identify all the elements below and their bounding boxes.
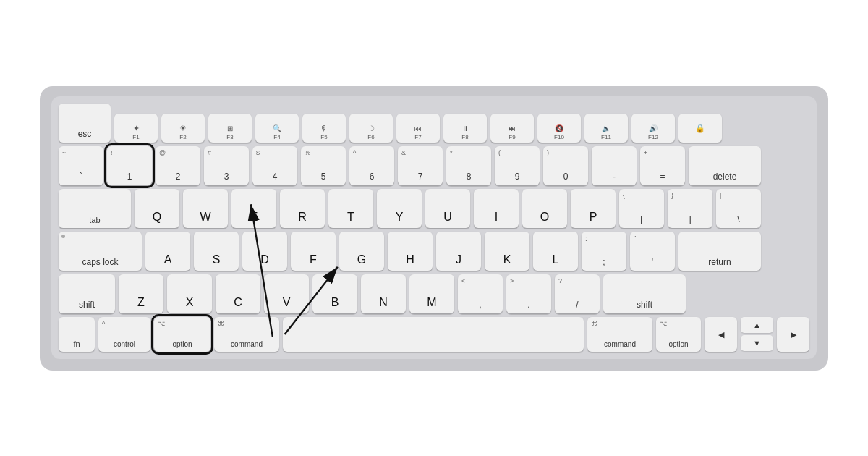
key-b[interactable]: B bbox=[312, 274, 357, 313]
key-s[interactable]: S bbox=[194, 232, 239, 271]
key-tab-label: tab bbox=[89, 216, 100, 224]
key-command-right[interactable]: ⌘ command bbox=[587, 317, 652, 352]
key-e[interactable]: E bbox=[231, 189, 276, 228]
key-f8[interactable]: ⏸ F8 bbox=[443, 114, 487, 143]
key-k[interactable]: K bbox=[485, 232, 529, 271]
key-y[interactable]: Y bbox=[377, 189, 422, 228]
key-j[interactable]: J bbox=[436, 232, 481, 271]
key-command-left[interactable]: ⌘ command bbox=[214, 317, 279, 352]
key-5[interactable]: % 5 bbox=[301, 146, 346, 185]
key-t-label: T bbox=[347, 211, 354, 224]
key-up-arrow[interactable]: ▲ bbox=[741, 317, 773, 333]
key-x[interactable]: X bbox=[167, 274, 212, 313]
key-2-top: @ bbox=[159, 149, 166, 156]
key-0[interactable]: ) 0 bbox=[543, 146, 588, 185]
key-left-arrow[interactable]: ◀ bbox=[705, 317, 737, 352]
key-capslock[interactable]: caps lock bbox=[59, 232, 142, 271]
key-down-arrow[interactable]: ▼ bbox=[741, 335, 773, 351]
key-f12[interactable]: 🔊 F12 bbox=[631, 114, 675, 143]
key-8[interactable]: * 8 bbox=[446, 146, 491, 185]
key-tab[interactable]: tab bbox=[59, 189, 131, 228]
key-g[interactable]: G bbox=[339, 232, 384, 271]
key-i[interactable]: I bbox=[474, 189, 519, 228]
key-semicolon[interactable]: : ; bbox=[582, 232, 626, 271]
key-d[interactable]: D bbox=[242, 232, 287, 271]
key-f2-label: F2 bbox=[179, 134, 186, 140]
key-fn[interactable]: fn bbox=[59, 317, 95, 352]
key-c[interactable]: C bbox=[216, 274, 260, 313]
key-h[interactable]: H bbox=[388, 232, 433, 271]
key-equals-label: = bbox=[660, 172, 665, 182]
key-quote[interactable]: " ' bbox=[630, 232, 675, 271]
key-delete[interactable]: delete bbox=[689, 146, 761, 185]
key-option-left[interactable]: ⌥ option bbox=[154, 317, 210, 352]
key-f10[interactable]: 🔇 F10 bbox=[537, 114, 581, 143]
key-u[interactable]: U bbox=[425, 189, 470, 228]
key-shift-left-label: shift bbox=[79, 300, 95, 310]
key-m[interactable]: M bbox=[409, 274, 454, 313]
key-f12-icon: 🔊 bbox=[649, 124, 658, 132]
key-n[interactable]: N bbox=[361, 274, 406, 313]
key-equals-top: + bbox=[644, 149, 647, 156]
asdf-row: caps lock A S D F G H J bbox=[59, 232, 809, 271]
key-q[interactable]: Q bbox=[135, 189, 179, 228]
key-d-label: D bbox=[260, 253, 269, 266]
key-control[interactable]: ^ control bbox=[98, 317, 150, 352]
key-f7[interactable]: ⏮ F7 bbox=[396, 114, 440, 143]
key-period[interactable]: > . bbox=[506, 274, 551, 313]
key-r[interactable]: R bbox=[280, 189, 325, 228]
key-g-label: G bbox=[357, 253, 366, 266]
key-lbracket[interactable]: { [ bbox=[619, 189, 664, 228]
key-backslash[interactable]: | \ bbox=[716, 189, 761, 228]
key-lock[interactable]: 🔒 bbox=[678, 114, 722, 143]
key-shift-left[interactable]: shift bbox=[59, 274, 115, 313]
key-slash[interactable]: ? / bbox=[555, 274, 600, 313]
key-o[interactable]: O bbox=[522, 189, 567, 228]
key-6[interactable]: ^ 6 bbox=[349, 146, 394, 185]
key-f7-icon: ⏮ bbox=[414, 124, 422, 132]
key-control-icon: ^ bbox=[102, 320, 105, 327]
key-2[interactable]: @ 2 bbox=[156, 146, 200, 185]
key-4[interactable]: $ 4 bbox=[252, 146, 297, 185]
key-esc[interactable]: esc bbox=[59, 104, 111, 143]
key-f2[interactable]: ☀ F2 bbox=[161, 114, 205, 143]
key-p[interactable]: P bbox=[571, 189, 616, 228]
key-minus-label: - bbox=[613, 172, 616, 182]
key-f1[interactable]: ✦ F1 bbox=[114, 114, 158, 143]
qwerty-row: tab Q W E R T Y U I bbox=[59, 189, 809, 228]
key-rbracket[interactable]: } ] bbox=[668, 189, 712, 228]
key-7[interactable]: & 7 bbox=[398, 146, 443, 185]
key-f6[interactable]: ☽ F6 bbox=[349, 114, 393, 143]
key-f11[interactable]: 🔈 F11 bbox=[584, 114, 628, 143]
key-equals[interactable]: + = bbox=[640, 146, 685, 185]
key-l[interactable]: L bbox=[533, 232, 578, 271]
key-f3[interactable]: ⊞ F3 bbox=[208, 114, 252, 143]
key-shift-right[interactable]: shift bbox=[603, 274, 686, 313]
key-f8-icon: ⏸ bbox=[461, 124, 469, 132]
key-rbracket-label: ] bbox=[689, 214, 691, 224]
key-8-label: 8 bbox=[467, 172, 472, 182]
key-return[interactable]: return bbox=[678, 232, 761, 271]
key-f5[interactable]: 🎙 F5 bbox=[302, 114, 346, 143]
key-control-label: control bbox=[114, 340, 135, 348]
key-w-label: W bbox=[200, 211, 210, 224]
key-option-right[interactable]: ⌥ option bbox=[656, 317, 701, 352]
key-9[interactable]: ( 9 bbox=[495, 146, 540, 185]
key-t[interactable]: T bbox=[328, 189, 373, 228]
key-space[interactable] bbox=[283, 317, 584, 352]
key-right-arrow[interactable]: ▶ bbox=[777, 317, 809, 352]
key-minus[interactable]: _ - bbox=[592, 146, 637, 185]
key-f4[interactable]: 🔍 F4 bbox=[255, 114, 299, 143]
key-1[interactable]: ! 1 bbox=[107, 146, 152, 185]
key-w[interactable]: W bbox=[183, 189, 228, 228]
key-a[interactable]: A bbox=[145, 232, 190, 271]
key-a-label: A bbox=[164, 253, 172, 266]
key-3[interactable]: # 3 bbox=[204, 146, 249, 185]
key-f9[interactable]: ⏭ F9 bbox=[490, 114, 534, 143]
key-minus-top: _ bbox=[595, 149, 599, 156]
key-v[interactable]: V bbox=[264, 274, 309, 313]
key-comma[interactable]: < , bbox=[458, 274, 503, 313]
key-f[interactable]: F bbox=[291, 232, 336, 271]
key-backtick[interactable]: ~ ` bbox=[59, 146, 103, 185]
key-z[interactable]: Z bbox=[119, 274, 163, 313]
